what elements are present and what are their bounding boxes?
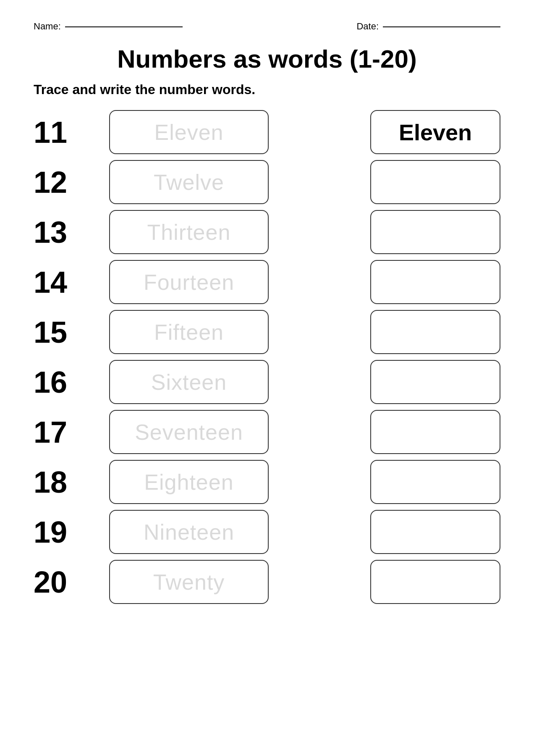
write-box-13[interactable]	[370, 210, 500, 254]
trace-text-16: Sixteen	[151, 370, 227, 395]
write-box-11[interactable]: Eleven	[370, 110, 500, 154]
date-underline	[383, 26, 500, 27]
trace-box-16[interactable]: Sixteen	[109, 360, 269, 404]
write-box-15[interactable]	[370, 310, 500, 354]
number-row-14: 14Fourteen	[34, 260, 500, 304]
number-label-14: 14	[34, 267, 101, 297]
trace-text-17: Seventeen	[135, 420, 243, 445]
number-label-12: 12	[34, 167, 101, 197]
write-box-19[interactable]	[370, 510, 500, 554]
number-label-13: 13	[34, 217, 101, 247]
write-box-12[interactable]	[370, 160, 500, 204]
number-row-13: 13Thirteen	[34, 210, 500, 254]
number-row-20: 20Twenty	[34, 560, 500, 604]
trace-text-14: Fourteen	[144, 270, 234, 295]
write-box-20[interactable]	[370, 560, 500, 604]
date-label: Date:	[356, 21, 379, 32]
trace-box-14[interactable]: Fourteen	[109, 260, 269, 304]
trace-text-13: Thirteen	[147, 220, 231, 245]
number-label-16: 16	[34, 367, 101, 397]
trace-box-18[interactable]: Eighteen	[109, 460, 269, 504]
write-box-16[interactable]	[370, 360, 500, 404]
number-label-11: 11	[34, 117, 101, 147]
trace-box-12[interactable]: Twelve	[109, 160, 269, 204]
write-box-18[interactable]	[370, 460, 500, 504]
number-row-11: 11ElevenEleven	[34, 110, 500, 154]
write-box-14[interactable]	[370, 260, 500, 304]
number-label-19: 19	[34, 517, 101, 547]
trace-text-19: Nineteen	[144, 520, 234, 545]
trace-text-15: Fifteen	[154, 320, 224, 345]
trace-text-11: Eleven	[154, 120, 224, 145]
name-field: Name:	[34, 21, 183, 32]
page-title: Numbers as words (1-20)	[34, 45, 500, 74]
name-label: Name:	[34, 21, 61, 32]
name-underline	[65, 26, 183, 27]
trace-text-18: Eighteen	[144, 470, 233, 495]
trace-box-15[interactable]: Fifteen	[109, 310, 269, 354]
number-label-18: 18	[34, 467, 101, 497]
write-text-11: Eleven	[399, 119, 472, 145]
number-row-18: 18Eighteen	[34, 460, 500, 504]
number-row-12: 12Twelve	[34, 160, 500, 204]
trace-box-13[interactable]: Thirteen	[109, 210, 269, 254]
subtitle: Trace and write the number words.	[34, 82, 500, 97]
number-label-17: 17	[34, 417, 101, 447]
trace-box-11[interactable]: Eleven	[109, 110, 269, 154]
rows-container: 11ElevenEleven12Twelve13Thirteen14Fourte…	[34, 110, 500, 604]
trace-text-12: Twelve	[154, 170, 224, 195]
number-row-19: 19Nineteen	[34, 510, 500, 554]
number-row-17: 17Seventeen	[34, 410, 500, 454]
number-row-16: 16Sixteen	[34, 360, 500, 404]
trace-box-20[interactable]: Twenty	[109, 560, 269, 604]
trace-box-17[interactable]: Seventeen	[109, 410, 269, 454]
date-field: Date:	[356, 21, 500, 32]
number-row-15: 15Fifteen	[34, 310, 500, 354]
header: Name: Date:	[34, 21, 500, 32]
write-box-17[interactable]	[370, 410, 500, 454]
worksheet-page: Name: Date: Numbers as words (1-20) Trac…	[0, 0, 534, 756]
trace-text-20: Twenty	[153, 570, 225, 595]
trace-box-19[interactable]: Nineteen	[109, 510, 269, 554]
number-label-20: 20	[34, 567, 101, 597]
number-label-15: 15	[34, 317, 101, 347]
